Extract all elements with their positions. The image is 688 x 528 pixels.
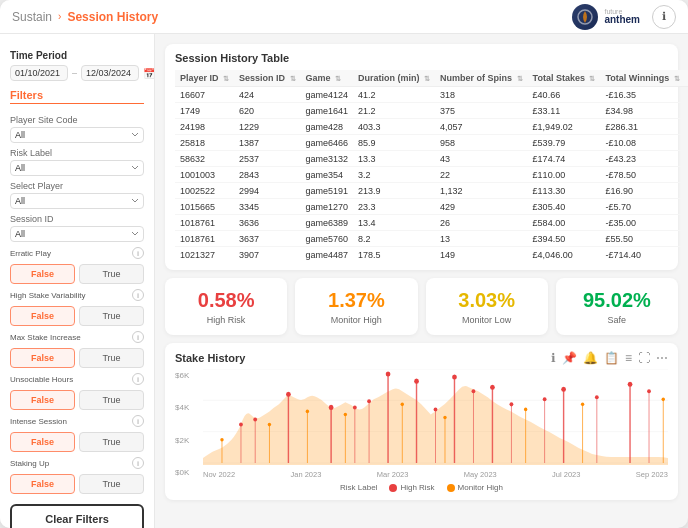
table-cell: 1,132 [435, 183, 528, 199]
table-cell: 149 [435, 247, 528, 263]
table-row[interactable]: 10213273907game4487178.5149£4,046.00-£71… [175, 247, 688, 263]
player-site-code-label: Player Site Code [10, 115, 144, 125]
table-cell: game1270 [301, 199, 354, 215]
staking-true-btn[interactable]: True [79, 474, 144, 494]
table-cell: £1,949.02 [528, 119, 601, 135]
max-stake-inc-label: Max Stake Increase [10, 333, 81, 342]
session-history-table: Player ID ⇅ Session ID ⇅ Game ⇅ Duration… [175, 70, 688, 262]
breadcrumb: Sustain › Session History [12, 10, 158, 24]
session-id-label: Session ID [10, 214, 144, 224]
session-id-select[interactable]: All [10, 226, 144, 242]
risk-label-label: Risk Label [10, 148, 144, 158]
breadcrumb-parent[interactable]: Sustain [12, 10, 52, 24]
help-button[interactable]: ℹ [652, 5, 676, 29]
table-cell: 403.3 [353, 119, 435, 135]
table-cell: -£10.08 [600, 135, 684, 151]
date-to-input[interactable] [81, 65, 139, 81]
table-row[interactable]: 10187613636game638913.426£584.00-£35.00H… [175, 215, 688, 231]
player-site-code-select[interactable]: All [10, 127, 144, 143]
svg-point-48 [344, 413, 347, 417]
chart-info-btn[interactable]: ℹ [551, 351, 556, 365]
col-game[interactable]: Game ⇅ [301, 70, 354, 87]
intense-false-btn[interactable]: False [10, 432, 75, 452]
max-stake-inc-true-btn[interactable]: True [79, 348, 144, 368]
high-stake-var-false-btn[interactable]: False [10, 306, 75, 326]
svg-point-44 [268, 423, 271, 427]
table-cell: game3132 [301, 151, 354, 167]
table-row[interactable]: 10187613637game57608.213£394.50£55.50Hig… [175, 231, 688, 247]
table-row[interactable]: 586322537game313213.343£174.74-£43.23Hig… [175, 151, 688, 167]
chart-header: Stake History ℹ 📌 🔔 📋 ≡ ⛶ ⋯ [175, 351, 668, 365]
monitor-low-label: Monitor Low [434, 315, 540, 325]
erratic-play-info-icon[interactable]: i [132, 247, 144, 259]
col-total-winnings[interactable]: Total Winnings ⇅ [600, 70, 684, 87]
select-player-select[interactable]: All [10, 193, 144, 209]
monitor-low-value: 3.03% [434, 288, 540, 312]
svg-point-22 [239, 423, 243, 427]
table-cell: 8.2 [353, 231, 435, 247]
col-spins[interactable]: Number of Spins ⇅ [435, 70, 528, 87]
table-row[interactable]: 10156653345game127023.3429£305.40-£5.70H… [175, 199, 688, 215]
svg-point-36 [543, 397, 547, 401]
svg-point-6 [286, 392, 291, 397]
table-cell: 13.3 [353, 151, 435, 167]
col-duration[interactable]: Duration (min) ⇅ [353, 70, 435, 87]
high-stake-var-info-icon[interactable]: i [132, 289, 144, 301]
chart-copy-btn[interactable]: 📋 [604, 351, 619, 365]
svg-point-34 [510, 402, 514, 406]
date-from-input[interactable] [10, 65, 68, 81]
svg-point-12 [414, 379, 419, 384]
svg-point-8 [329, 405, 334, 410]
table-cell: 3637 [234, 231, 301, 247]
table-row[interactable]: 241981229game428403.34,057£1,949.02£286.… [175, 119, 688, 135]
table-cell: £4,046.00 [528, 247, 601, 263]
chart-menu-btn[interactable]: ≡ [625, 351, 632, 365]
max-stake-inc-false-btn[interactable]: False [10, 348, 75, 368]
table-cell: 1749 [175, 103, 234, 119]
table-row[interactable]: 1749620game164121.2375£33.11£34.98High R… [175, 103, 688, 119]
table-cell: 25818 [175, 135, 234, 151]
session-history-table-section: Session History Table Player ID ⇅ Sessio… [165, 44, 678, 270]
breadcrumb-arrow: › [58, 11, 61, 22]
chart-pin-btn[interactable]: 📌 [562, 351, 577, 365]
staking-up-label: Staking Up [10, 459, 49, 468]
chart-bell-btn[interactable]: 🔔 [583, 351, 598, 365]
svg-point-28 [367, 399, 371, 403]
intense-true-btn[interactable]: True [79, 432, 144, 452]
table-cell: 429 [435, 199, 528, 215]
svg-point-10 [386, 372, 391, 377]
chart-more-btn[interactable]: ⋯ [656, 351, 668, 365]
intense-session-info-icon[interactable]: i [132, 415, 144, 427]
calendar-icon[interactable]: 📅 [143, 68, 155, 79]
legend-high-risk: High Risk [389, 483, 434, 492]
table-row[interactable]: 10025222994game5191213.91,132£113.30£16.… [175, 183, 688, 199]
staking-false-btn[interactable]: False [10, 474, 75, 494]
table-row[interactable]: 258181387game646685.9958£539.79-£10.08Hi… [175, 135, 688, 151]
risk-label-select[interactable]: All [10, 160, 144, 176]
filters-label: Filters [10, 89, 144, 104]
erratic-play-true-btn[interactable]: True [79, 264, 144, 284]
unsociable-true-btn[interactable]: True [79, 390, 144, 410]
select-player-label: Select Player [10, 181, 144, 191]
table-row[interactable]: 10010032843game3543.222£110.00-£78.50Hig… [175, 167, 688, 183]
top-bar: Sustain › Session History future anthem … [0, 0, 688, 34]
table-cell: 620 [234, 103, 301, 119]
col-session-id[interactable]: Session ID ⇅ [234, 70, 301, 87]
unsociable-hours-info-icon[interactable]: i [132, 373, 144, 385]
erratic-play-toggle: False True [10, 264, 144, 284]
risk-card-safe: 95.02% Safe [556, 278, 678, 335]
erratic-play-false-btn[interactable]: False [10, 264, 75, 284]
table-row[interactable]: 16607424game412441.2318£40.66-£16.35High… [175, 87, 688, 103]
staking-up-info-icon[interactable]: i [132, 457, 144, 469]
chart-expand-btn[interactable]: ⛶ [638, 351, 650, 365]
table-cell: game4124 [301, 87, 354, 103]
unsociable-false-btn[interactable]: False [10, 390, 75, 410]
risk-card-monitor-low: 3.03% Monitor Low [426, 278, 548, 335]
clear-filters-button[interactable]: Clear Filters [10, 504, 144, 528]
high-stake-var-true-btn[interactable]: True [79, 306, 144, 326]
table-cell: £33.11 [528, 103, 601, 119]
col-player-id[interactable]: Player ID ⇅ [175, 70, 234, 87]
max-stake-inc-info-icon[interactable]: i [132, 331, 144, 343]
col-total-stakes[interactable]: Total Stakes ⇅ [528, 70, 601, 87]
svg-point-50 [401, 403, 404, 407]
